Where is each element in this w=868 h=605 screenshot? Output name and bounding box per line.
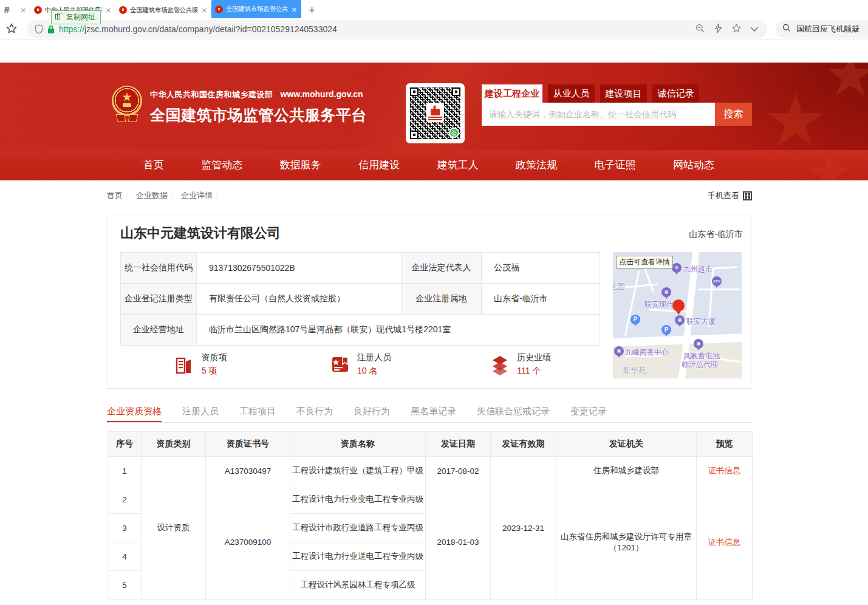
certificate-info-link[interactable]: 证书信息 xyxy=(708,466,741,475)
map-poi-fengfan: ▣ xyxy=(694,339,703,349)
tab-dishonesty[interactable]: 失信联合惩戒记录 xyxy=(477,400,550,422)
col-issue-date: 发证日期 xyxy=(426,432,491,457)
breadcrumb-company-data[interactable]: 企业数据 xyxy=(136,191,168,200)
col-authority: 发证机关 xyxy=(556,432,697,457)
nav-item-workers[interactable]: 建筑工人 xyxy=(437,150,479,180)
mobile-view-label[interactable]: 手机查看 xyxy=(708,190,739,201)
breadcrumb-company-detail[interactable]: 企业详情 xyxy=(181,191,213,200)
map-company-marker[interactable] xyxy=(672,299,685,312)
new-tab-button[interactable]: + xyxy=(309,2,315,18)
tab-close-icon[interactable]: × xyxy=(20,5,27,15)
browser-tab-active[interactable]: 全国建筑市场监管公共服务平台 × xyxy=(211,0,301,18)
copy-icon xyxy=(55,14,60,19)
col-seq: 序号 xyxy=(108,432,142,457)
stat-qualifications[interactable]: 资质项5 项 xyxy=(120,352,280,377)
company-stats: 资质项5 项 注册人员10 名 历史业绩111 个 xyxy=(120,352,600,377)
tab-registered-personnel[interactable]: 注册人员 xyxy=(182,400,219,422)
tab-changes[interactable]: 变更记录 xyxy=(570,400,607,422)
search-button[interactable]: 搜索 xyxy=(715,103,752,126)
legal-rep-value: 公茂福 xyxy=(482,253,600,284)
map-poi-parking: P xyxy=(630,315,640,324)
search-tab-credit[interactable]: 诚信记录 xyxy=(652,84,699,103)
address-value: 临沂市兰山区陶然路107号星河晶都（联安）现代城1号楼2201室 xyxy=(197,315,600,346)
map-label: 九州超市 xyxy=(683,264,713,275)
nav-item-credit[interactable]: 信用建设 xyxy=(358,150,400,180)
nav-item-certificate[interactable]: 电子证照 xyxy=(595,150,636,180)
flash-icon[interactable] xyxy=(714,23,723,36)
location-map[interactable]: ⊞ 九州超市 ATM 花园 ▣ 联安现代城 ▣ 联安大厦 P P ▣ 九峰商务中… xyxy=(613,252,742,378)
map-poi-atm: ATM xyxy=(712,276,722,286)
nav-item-home[interactable]: 首页 xyxy=(143,150,164,180)
credit-code-value: 91371302675501022B xyxy=(197,253,402,284)
copy-url-tooltip[interactable]: 复制网址 xyxy=(51,10,101,24)
nav-item-supervision[interactable]: 监管动态 xyxy=(201,150,242,180)
header-qr-code: 公 xyxy=(406,83,465,143)
header-search: 建设工程企业 从业人员 建设项目 诚信记录 搜索 xyxy=(482,84,752,126)
tab-blacklist[interactable]: 黑名单记录 xyxy=(411,400,456,422)
search-tab-project[interactable]: 建设项目 xyxy=(600,84,647,103)
address-bar[interactable]: https://jzsc.mohurd.gov.cn/data/company/… xyxy=(27,20,767,38)
company-info-table: 统一社会信用代码 91371302675501022B 企业法定代表人 公茂福 … xyxy=(120,252,600,346)
ministry-name: 中华人民共和国住房和城乡建设部 xyxy=(150,89,273,100)
certificate-book-icon xyxy=(329,354,351,375)
building-icon xyxy=(174,354,196,375)
decorative-star xyxy=(826,63,868,100)
national-emblem-logo xyxy=(112,86,142,123)
map-poi-lianan-tower: ▣ xyxy=(675,315,685,325)
shield-icon[interactable] xyxy=(35,24,43,34)
tab-close-icon[interactable]: × xyxy=(291,5,298,14)
reg-type-label: 企业登记注册类型 xyxy=(121,284,197,315)
map-poi-supermarket: ⊞ xyxy=(672,263,682,273)
address-label: 企业经营地址 xyxy=(121,315,197,346)
qualification-table: 序号 资质类别 资质证书号 资质名称 发证日期 发证有效期 发证机关 预览 1 … xyxy=(108,431,753,600)
map-label: 花园 xyxy=(613,281,625,292)
search-icon xyxy=(782,23,791,35)
site-favicon xyxy=(215,5,223,13)
map-label: 联安大厦 xyxy=(686,316,716,327)
reg-area-value: 山东省-临沂市 xyxy=(482,284,600,315)
zoom-out-icon[interactable] xyxy=(695,23,705,36)
nav-item-policy[interactable]: 政策法规 xyxy=(516,150,557,180)
quick-search-text: 国航回应飞机颠簸 xyxy=(796,24,859,35)
bookmark-star-icon[interactable] xyxy=(5,22,18,37)
chevron-down-icon[interactable] xyxy=(750,24,759,35)
col-name: 资质名称 xyxy=(290,432,426,457)
search-tab-enterprise[interactable]: 建设工程企业 xyxy=(482,84,542,103)
certificate-info-link[interactable]: 证书信息 xyxy=(708,538,741,547)
breadcrumb-home[interactable]: 首页 xyxy=(107,191,123,200)
browser-tab-2[interactable]: 全国建筑市场监管公共服务平台 × xyxy=(115,2,211,18)
map-poi-lianan-modern: ▣ xyxy=(661,287,671,297)
company-card: 山东中元建筑设计有限公司 山东省-临沂市 统一社会信用代码 9137130267… xyxy=(107,216,751,389)
credit-code-label: 统一社会信用代码 xyxy=(121,253,197,284)
favorite-star-icon[interactable] xyxy=(731,23,742,36)
browser-tab-0[interactable]: 界 × xyxy=(0,2,30,18)
tab-close-icon[interactable]: × xyxy=(105,5,112,15)
detail-tabs: 企业资质资格 注册人员 工程项目 不良行为 良好行为 黑名单记录 失信联合惩戒记… xyxy=(107,400,752,423)
stat-history-performance[interactable]: 历史业绩111 个 xyxy=(440,352,600,377)
keyword-search-input[interactable] xyxy=(482,103,715,126)
map-label: 临沂总代理 xyxy=(682,360,718,370)
tab-good-behavior[interactable]: 良好行为 xyxy=(354,400,390,422)
lock-icon xyxy=(47,25,55,34)
stat-registered-personnel[interactable]: 注册人员10 名 xyxy=(280,352,440,377)
tab-close-icon[interactable]: × xyxy=(201,5,208,15)
site-url: www.mohurd.gov.cn xyxy=(281,89,363,99)
mobile-qr-icon[interactable] xyxy=(743,191,752,200)
search-tab-personnel[interactable]: 从业人员 xyxy=(548,84,595,103)
map-label: 九峰商务中心 xyxy=(625,347,669,358)
tab-qualifications[interactable]: 企业资质资格 xyxy=(107,400,162,422)
qr-wechat-badge: 公 xyxy=(449,128,459,138)
url-path: jzsc.mohurd.gov.cn/data/company/detail?i… xyxy=(84,24,337,34)
map-label: 新华苑 xyxy=(623,365,646,376)
col-validity: 发证有效期 xyxy=(491,432,556,457)
legal-rep-label: 企业法定代表人 xyxy=(402,253,482,284)
reg-type-value: 有限责任公司（自然人投资或控股） xyxy=(197,284,402,315)
tab-bad-behavior[interactable]: 不良行为 xyxy=(296,400,333,422)
nav-item-news[interactable]: 网站动态 xyxy=(673,150,714,180)
reg-area-label: 企业注册属地 xyxy=(402,284,482,315)
layers-icon xyxy=(489,354,511,375)
quick-search-box[interactable]: 国航回应飞机颠簸 xyxy=(776,20,868,38)
qr-logo xyxy=(431,105,440,115)
nav-item-data-service[interactable]: 数据服务 xyxy=(280,150,321,180)
tab-projects[interactable]: 工程项目 xyxy=(239,400,276,422)
